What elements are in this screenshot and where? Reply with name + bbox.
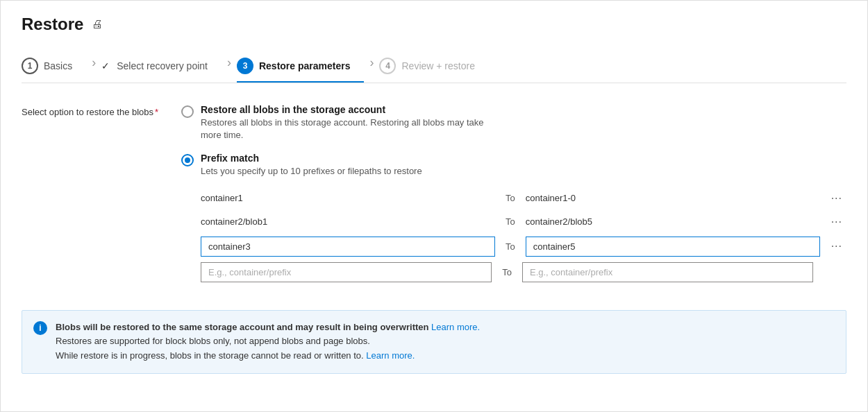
prefix-row-1: container1 To container1-0 ··· (201, 189, 846, 207)
prefix-menu-2[interactable]: ··· (827, 213, 846, 231)
radio-text-all-blobs: Restore all blobs in the storage account… (201, 104, 846, 141)
separator-2: › (227, 55, 231, 78)
step-check-recovery: ✓ (101, 60, 110, 71)
step-params[interactable]: 3 Restore parameters (237, 51, 365, 83)
info-content: Blobs will be restored to the same stora… (56, 320, 480, 363)
step-number-basics: 1 (28, 61, 33, 71)
restore-option-label: Select option to restore the blobs* (22, 104, 181, 288)
prefix-source-input-3[interactable] (201, 237, 495, 257)
radio-title-prefix-match: Prefix match (201, 153, 846, 164)
prefix-dest-2: container2/blob5 (526, 214, 820, 230)
step-label-review: Review + restore (401, 60, 474, 71)
step-label-basics: Basics (44, 60, 72, 71)
separator-1: › (92, 55, 96, 78)
required-star: * (155, 107, 158, 117)
info-main-text: Blobs will be restored to the same stora… (56, 322, 428, 332)
prefix-row-2: container2/blob1 To container2/blob5 ··· (201, 213, 846, 231)
step-number-params: 3 (243, 61, 248, 71)
step-review[interactable]: 4 Review + restore (379, 51, 488, 83)
radio-all-blobs[interactable]: Restore all blobs in the storage account… (181, 104, 846, 141)
step-circle-review: 4 (379, 58, 396, 74)
wizard-steps: 1 Basics › ✓ Select recovery point › 3 R… (22, 51, 846, 83)
radio-desc-prefix-match: Lets you specify up to 10 prefixes or fi… (201, 165, 846, 178)
info-line-3: While restore is in progress, blobs in t… (56, 349, 480, 363)
prefix-row-4: To (201, 262, 846, 282)
step-label-recovery: Select recovery point (117, 60, 208, 71)
prefix-to-4: To (499, 267, 515, 277)
prefix-menu-3[interactable]: ··· (827, 237, 846, 255)
step-label-params: Restore parameters (259, 60, 351, 71)
separator-3: › (369, 55, 374, 78)
radio-circle-all-blobs[interactable] (181, 105, 194, 118)
info-learn-more-2[interactable]: Learn more. (366, 350, 415, 361)
page-title: Restore (22, 15, 83, 34)
prefix-to-3: To (502, 241, 519, 252)
prefix-to-2: To (502, 216, 519, 227)
info-line-1: Blobs will be restored to the same stora… (56, 320, 480, 335)
info-icon: i (33, 321, 47, 335)
prefix-row-3: To ··· (201, 237, 846, 257)
content-area: Select option to restore the blobs* Rest… (22, 104, 846, 288)
prefix-dest-input-4[interactable] (522, 262, 813, 282)
prefix-table: container1 To container1-0 ··· container… (201, 189, 846, 282)
info-box: i Blobs will be restored to the same sto… (22, 310, 846, 374)
info-learn-more-1[interactable]: Learn more. (431, 322, 480, 332)
radio-text-prefix-match: Prefix match Lets you specify up to 10 p… (201, 153, 846, 178)
restore-option-text: Select option to restore the blobs (22, 107, 153, 117)
step-number-review: 4 (385, 61, 390, 71)
prefix-menu-1[interactable]: ··· (827, 189, 846, 207)
page-container: Restore 🖨 1 Basics › ✓ Select recovery p… (0, 0, 868, 412)
info-line-2: Restores are supported for block blobs o… (56, 334, 480, 349)
right-content: Restore all blobs in the storage account… (181, 104, 846, 288)
radio-circle-prefix-match[interactable] (181, 154, 194, 166)
prefix-source-2: container2/blob1 (201, 214, 495, 230)
step-basics[interactable]: 1 Basics (22, 51, 86, 83)
radio-title-all-blobs: Restore all blobs in the storage account (201, 104, 846, 115)
prefix-to-1: To (502, 193, 519, 203)
page-header: Restore 🖨 (22, 15, 846, 34)
step-recovery[interactable]: ✓ Select recovery point (101, 53, 222, 80)
radio-desc-all-blobs: Restores all blobs in this storage accou… (201, 117, 846, 141)
print-icon[interactable]: 🖨 (92, 18, 103, 31)
prefix-dest-input-3[interactable] (526, 237, 820, 257)
prefix-source-input-4[interactable] (201, 262, 492, 282)
step-circle-basics: 1 (22, 58, 38, 74)
step-circle-params: 3 (237, 58, 253, 74)
radio-prefix-match[interactable]: Prefix match Lets you specify up to 10 p… (181, 153, 846, 178)
prefix-dest-1: container1-0 (526, 190, 820, 206)
prefix-source-1: container1 (201, 190, 495, 206)
